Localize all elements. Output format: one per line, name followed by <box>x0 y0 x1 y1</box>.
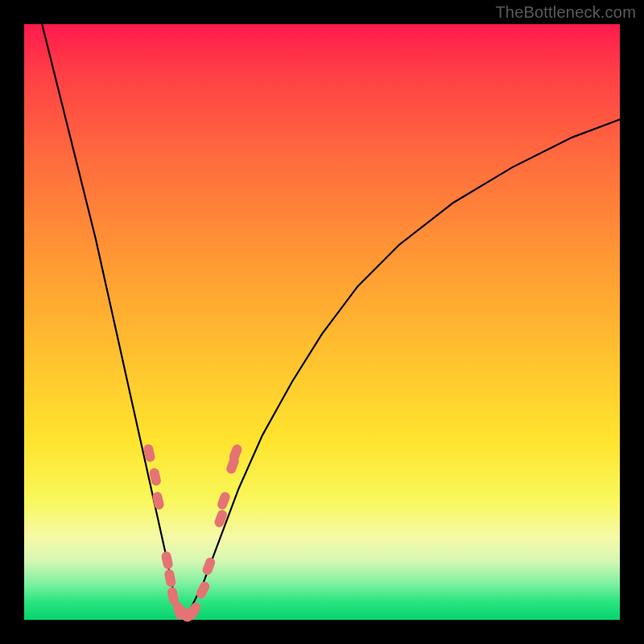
watermark-text: TheBottleneck.com <box>495 3 636 22</box>
curve-marker <box>216 491 231 511</box>
chart-frame: TheBottleneck.com <box>0 0 644 644</box>
curve-marker <box>151 491 164 510</box>
curve-marker <box>160 551 173 570</box>
curve-marker <box>201 556 217 576</box>
curve-layer <box>24 24 620 620</box>
bottleneck-curve <box>42 24 620 614</box>
curve-marker <box>163 568 176 588</box>
plot-area <box>24 24 620 620</box>
marker-cluster <box>142 443 243 623</box>
curve-marker <box>213 509 229 529</box>
